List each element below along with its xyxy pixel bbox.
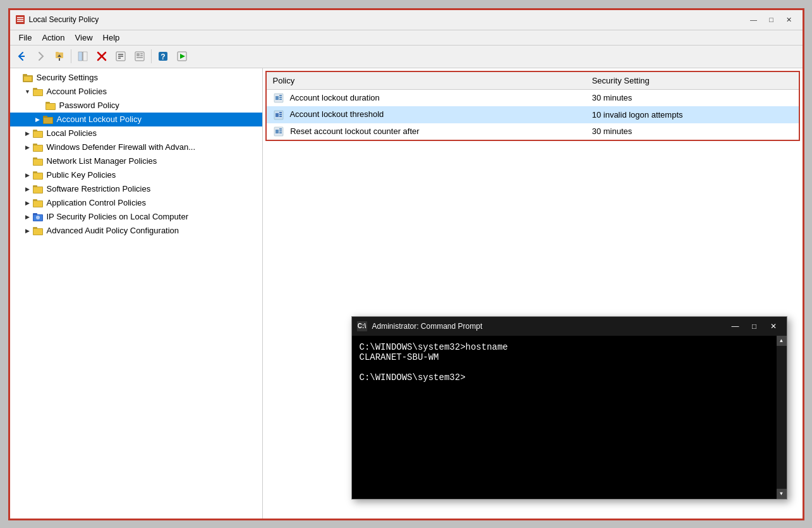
tree-item-public-key[interactable]: ▶ Public Key Policies xyxy=(10,168,262,182)
tree-item-local-policies[interactable]: ▶ Local Policies xyxy=(10,126,262,140)
app-control-arrow: ▶ xyxy=(23,198,33,208)
right-panel: Policy Security Setting xyxy=(263,68,803,519)
app-icon xyxy=(15,15,25,25)
up-button[interactable] xyxy=(51,47,68,65)
tree-item-network-list[interactable]: Network List Manager Policies xyxy=(10,154,262,168)
ip-security-arrow: ▶ xyxy=(23,212,33,222)
table-row[interactable]: Account lockout duration 30 minutes xyxy=(267,89,799,106)
public-key-icon xyxy=(33,170,44,180)
tree-item-password-policy[interactable]: Password Policy xyxy=(10,99,262,113)
svg-rect-55 xyxy=(33,201,42,207)
lockout-label: Account Lockout Policy xyxy=(57,114,142,124)
toolbar: ? xyxy=(10,46,803,68)
svg-text:?: ? xyxy=(161,52,165,61)
svg-rect-18 xyxy=(136,53,140,56)
audit-icon xyxy=(33,226,44,236)
cmd-controls: — □ ✕ xyxy=(727,320,782,333)
security-settings-icon xyxy=(23,73,34,83)
root-label: Security Settings xyxy=(37,73,99,82)
svg-rect-21 xyxy=(136,57,143,58)
tree-item-software-restriction[interactable]: ▶ Software Restriction Policies xyxy=(10,182,262,196)
scroll-down-arrow[interactable]: ▼ xyxy=(777,489,787,499)
cmd-close[interactable]: ✕ xyxy=(765,320,782,333)
svg-rect-46 xyxy=(33,159,42,165)
export-button[interactable] xyxy=(131,47,148,65)
tree-item-app-control[interactable]: ▶ Application Control Policies xyxy=(10,196,262,210)
show-hide-button[interactable] xyxy=(74,47,92,65)
svg-rect-72 xyxy=(279,116,282,117)
cmd-line-4: C:\WINDOWS\system32> xyxy=(360,372,779,383)
table-row-3[interactable]: Reset account lockout counter after 30 m… xyxy=(267,123,799,140)
password-policy-icon xyxy=(45,101,57,111)
svg-rect-1 xyxy=(17,17,23,18)
menu-action[interactable]: Action xyxy=(37,32,70,44)
forward-button[interactable] xyxy=(32,47,49,65)
public-key-arrow: ▶ xyxy=(23,170,33,180)
setting-cell: 30 minutes xyxy=(586,89,799,106)
svg-rect-40 xyxy=(33,132,42,137)
svg-rect-3 xyxy=(17,21,23,22)
maximize-button[interactable]: □ xyxy=(763,13,780,26)
software-icon xyxy=(33,184,44,194)
public-key-label: Public Key Policies xyxy=(47,170,116,180)
lockout-icon xyxy=(43,114,54,125)
cmd-window: C:\ Administrator: Command Prompt — □ ✕ … xyxy=(351,316,787,500)
minimize-button[interactable]: — xyxy=(746,13,762,26)
delete-button[interactable] xyxy=(93,47,111,65)
ip-security-label: IP Security Policies on Local Computer xyxy=(47,212,188,221)
title-bar: Local Security Policy — □ ✕ xyxy=(10,10,803,30)
run-button[interactable] xyxy=(173,47,191,65)
cmd-scrollbar[interactable]: ▲ ▼ xyxy=(777,336,787,499)
svg-rect-62 xyxy=(33,229,42,235)
menu-view[interactable]: View xyxy=(70,32,98,44)
tree-item-account-lockout[interactable]: ▶ Account Lockout Policy xyxy=(10,113,262,126)
audit-arrow: ▶ xyxy=(23,226,33,236)
root-expand-arrow xyxy=(13,73,23,83)
svg-rect-7 xyxy=(59,58,60,61)
policy-row-icon-2 xyxy=(273,110,284,120)
close-button[interactable]: ✕ xyxy=(781,13,797,26)
tree-item-account-policies[interactable]: ▼ Account Policies xyxy=(10,85,262,99)
svg-rect-19 xyxy=(140,53,143,54)
tree-item-windows-defender[interactable]: ▶ Windows Defender Firewall with Advan..… xyxy=(10,140,262,154)
scroll-up-arrow[interactable]: ▲ xyxy=(777,336,787,346)
policy-col-header: Policy xyxy=(267,72,586,90)
menu-file[interactable]: File xyxy=(14,32,37,44)
local-policies-arrow: ▶ xyxy=(23,128,33,138)
cmd-maximize[interactable]: □ xyxy=(746,320,763,333)
properties-button[interactable] xyxy=(112,47,130,65)
svg-rect-34 xyxy=(46,104,55,109)
svg-rect-71 xyxy=(279,114,282,115)
tree-item-advanced-audit[interactable]: ▶ Advanced Audit Policy Configuration xyxy=(10,224,262,238)
ip-security-icon xyxy=(33,212,44,222)
svg-rect-75 xyxy=(279,128,282,130)
software-arrow: ▶ xyxy=(23,184,33,194)
help-button[interactable]: ? xyxy=(154,47,172,65)
svg-rect-76 xyxy=(279,130,282,132)
svg-rect-74 xyxy=(276,130,279,133)
password-policy-arrow xyxy=(35,101,45,111)
cmd-line-3 xyxy=(360,362,779,372)
tree-panel: Security Settings ▼ Account Policies xyxy=(10,68,263,519)
cmd-icon: C:\ xyxy=(357,321,367,331)
policy-table-container: Policy Security Setting xyxy=(265,71,800,142)
cmd-line-1: C:\WINDOWS\system32>hostname xyxy=(360,342,779,352)
svg-rect-8 xyxy=(78,52,82,61)
local-policies-icon xyxy=(33,128,44,138)
audit-label: Advanced Audit Policy Configuration xyxy=(47,226,179,235)
svg-rect-28 xyxy=(24,77,32,81)
svg-rect-43 xyxy=(33,145,42,151)
tree-item-ip-security[interactable]: ▶ IP Security Policies on Local Computer xyxy=(10,210,262,224)
tree-root-item[interactable]: Security Settings xyxy=(10,71,262,85)
menu-help[interactable]: Help xyxy=(98,32,125,44)
table-row-highlighted[interactable]: Account lockout threshold 10 invalid log… xyxy=(267,106,799,123)
account-policies-arrow: ▼ xyxy=(23,87,33,97)
account-policies-label: Account Policies xyxy=(47,87,107,96)
back-button[interactable] xyxy=(13,47,30,65)
cmd-minimize[interactable]: — xyxy=(727,320,744,333)
svg-rect-64 xyxy=(276,96,279,100)
svg-rect-49 xyxy=(33,173,42,179)
cmd-titlebar: C:\ Administrator: Command Prompt — □ ✕ xyxy=(352,317,787,336)
cmd-body[interactable]: C:\WINDOWS\system32>hostname CLARANET-SB… xyxy=(352,336,787,499)
scroll-track xyxy=(777,346,787,489)
